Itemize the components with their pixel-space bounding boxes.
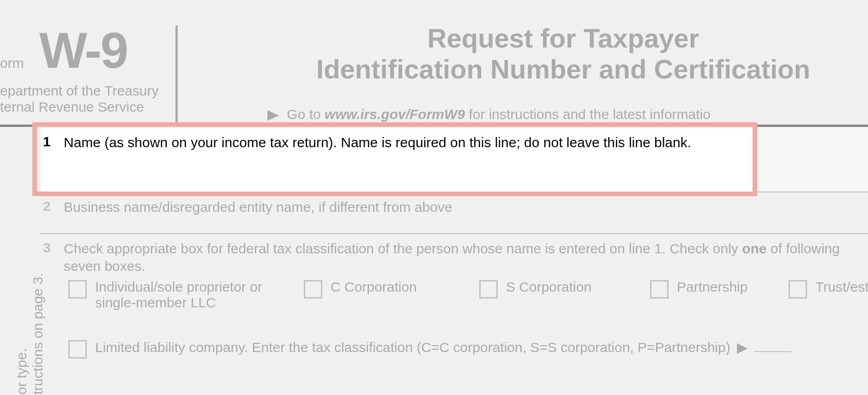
arrow-icon: ▶ bbox=[267, 106, 279, 122]
side-rotated-text: or type. tructions on page 3. bbox=[5, 182, 32, 395]
dept-line2: ternal Revenue Service bbox=[0, 99, 144, 114]
goto-prefix: Go to bbox=[287, 107, 325, 122]
cb1-label-b: single-member LLC bbox=[95, 295, 216, 310]
cb6-label: Limited liability company. Enter the tax… bbox=[95, 340, 730, 355]
checkbox-box-icon[interactable] bbox=[789, 280, 807, 299]
checkbox-box-icon[interactable] bbox=[650, 280, 669, 299]
dim-overlay bbox=[0, 125, 32, 192]
line-3-text-bold: one bbox=[742, 241, 766, 256]
dept-line1: epartment of the Treasury bbox=[0, 83, 159, 98]
goto-instructions: ▶ Go to www.irs.gov/FormW9 for instructi… bbox=[268, 106, 711, 122]
checkbox-partnership[interactable]: Partnership bbox=[650, 279, 747, 299]
arrow-icon: ▶ bbox=[737, 340, 747, 355]
department-text: epartment of the Treasury ternal Revenue… bbox=[0, 83, 159, 115]
cb3-label: S Corporation bbox=[506, 279, 591, 295]
checkbox-llc[interactable]: Limited liability company. Enter the tax… bbox=[68, 339, 862, 359]
line-3-classification: 3 Check appropriate box for federal tax … bbox=[41, 233, 868, 395]
goto-url: www.irs.gov/FormW9 bbox=[325, 107, 465, 122]
checkbox-box-icon[interactable] bbox=[304, 280, 322, 299]
cb2-label: C Corporation bbox=[331, 279, 417, 295]
line-2-text: Business name/disregarded entity name, i… bbox=[64, 198, 858, 216]
checkbox-s-corp[interactable]: S Corporation bbox=[479, 279, 591, 299]
checkbox-box-icon[interactable] bbox=[68, 280, 87, 299]
line-3-number: 3 bbox=[43, 240, 51, 256]
side-text-1: or type. bbox=[14, 348, 30, 395]
cb5-label: Trust/esta bbox=[815, 279, 868, 295]
form-title: Request for Taxpayer Identification Numb… bbox=[259, 23, 868, 84]
line-2-number: 2 bbox=[43, 198, 51, 214]
title-line2: Identification Number and Certification bbox=[316, 54, 810, 84]
llc-classification-input[interactable] bbox=[754, 351, 791, 352]
line-3-text: Check appropriate box for federal tax cl… bbox=[64, 240, 858, 275]
checkbox-c-corp[interactable]: C Corporation bbox=[304, 279, 417, 299]
w9-form-page: orm W-9 epartment of the Treasury ternal… bbox=[0, 0, 868, 395]
line-1-name[interactable]: 1 Name (as shown on your income tax retu… bbox=[41, 127, 868, 192]
goto-suffix: for instructions and the latest informat… bbox=[465, 107, 711, 122]
cb1-label-a: Individual/sole proprietor or bbox=[95, 279, 262, 294]
checkbox-box-icon[interactable] bbox=[479, 280, 498, 299]
checkbox-box-icon[interactable] bbox=[68, 340, 87, 359]
form-header: orm W-9 epartment of the Treasury ternal… bbox=[0, 0, 868, 127]
title-line1: Request for Taxpayer bbox=[428, 23, 699, 53]
form-code: W-9 bbox=[39, 21, 127, 79]
checkbox-trust-estate[interactable]: Trust/esta bbox=[789, 279, 868, 299]
line-2-business-name[interactable]: 2 Business name/disregarded entity name,… bbox=[41, 192, 868, 234]
form-word: orm bbox=[0, 55, 24, 71]
line-3-text-a: Check appropriate box for federal tax cl… bbox=[64, 241, 742, 256]
header-divider bbox=[175, 25, 178, 125]
line-1-number: 1 bbox=[43, 134, 51, 150]
cb4-label: Partnership bbox=[677, 279, 747, 295]
checkbox-individual[interactable]: Individual/sole proprietor or single-mem… bbox=[68, 279, 262, 311]
line-1-text: Name (as shown on your income tax return… bbox=[64, 134, 858, 151]
